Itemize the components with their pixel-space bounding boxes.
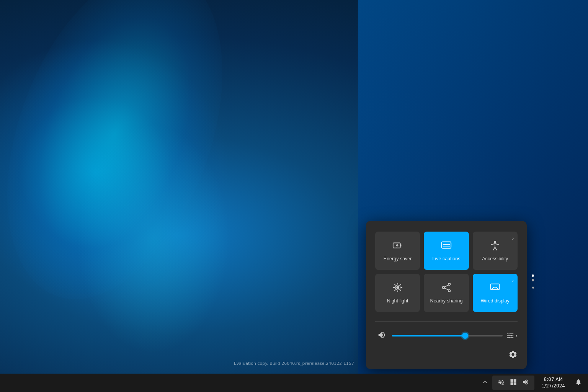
night-light-label: Night light — [387, 298, 408, 304]
svg-point-28 — [508, 333, 510, 334]
svg-line-16 — [395, 290, 395, 291]
energy-saver-button[interactable]: Energy saver — [375, 232, 420, 270]
network-icon-button[interactable] — [508, 377, 519, 389]
volume-thumb[interactable] — [462, 333, 468, 339]
volume-settings-button[interactable]: › — [506, 332, 518, 340]
notification-button[interactable] — [572, 377, 585, 389]
tray-expand-button[interactable] — [480, 378, 490, 388]
settings-gear-button[interactable] — [508, 350, 518, 361]
volume-slider[interactable] — [392, 332, 503, 340]
nearby-sharing-label: Nearby sharing — [430, 298, 463, 304]
svg-point-29 — [511, 335, 512, 336]
scroll-down-arrow[interactable]: ▾ — [532, 284, 534, 291]
scroll-dot-2 — [532, 279, 534, 281]
live-captions-button[interactable]: Live captions — [424, 232, 469, 270]
svg-line-13 — [395, 284, 395, 285]
quick-settings-grid: Energy saver Live captions › — [375, 232, 518, 312]
accessibility-icon — [487, 238, 503, 252]
wired-display-chevron: › — [512, 278, 514, 283]
volume-tray-button[interactable] — [520, 377, 531, 389]
svg-point-6 — [494, 241, 497, 243]
volume-row: › — [375, 329, 518, 342]
svg-point-24 — [495, 289, 496, 290]
accessibility-label: Accessibility — [482, 256, 508, 261]
energy-saver-icon — [390, 238, 405, 252]
wired-display-icon — [487, 281, 503, 294]
svg-rect-32 — [514, 379, 516, 382]
svg-rect-31 — [511, 379, 513, 382]
volume-icon-button[interactable] — [375, 329, 388, 342]
quick-settings-panel: ▾ Energy saver — [366, 221, 527, 369]
volume-track — [392, 335, 503, 336]
svg-rect-33 — [511, 382, 513, 385]
wired-display-button[interactable]: › Wired display — [473, 274, 518, 312]
nearby-sharing-button[interactable]: Nearby sharing — [424, 274, 469, 312]
svg-rect-2 — [442, 242, 451, 248]
night-light-icon — [390, 281, 405, 294]
svg-line-22 — [444, 288, 448, 290]
svg-line-14 — [400, 290, 401, 291]
scroll-dot-1 — [532, 274, 534, 277]
mute-icon-button[interactable] — [495, 377, 507, 389]
accessibility-button[interactable]: › Accessibility — [473, 232, 518, 270]
taskbar: 8:07 AM 1/27/2024 — [0, 374, 588, 392]
qs-bottom-bar — [375, 350, 518, 361]
scroll-indicator: ▾ — [532, 274, 534, 291]
volume-divider — [375, 321, 518, 322]
accessibility-chevron: › — [512, 235, 514, 241]
systray-icons-group — [492, 376, 534, 390]
svg-point-17 — [396, 286, 399, 289]
watermark-text: Evaluation copy. Build 26040.rs_prerelea… — [234, 361, 354, 366]
night-light-button[interactable]: Night light — [375, 274, 420, 312]
svg-rect-34 — [514, 382, 516, 385]
svg-line-21 — [444, 285, 448, 287]
clock-date: 1/27/2024 — [541, 383, 565, 389]
clock-time: 8:07 AM — [544, 376, 563, 383]
energy-saver-label: Energy saver — [384, 256, 412, 261]
svg-rect-1 — [400, 244, 401, 247]
volume-fill — [392, 335, 465, 336]
nearby-sharing-icon — [439, 281, 454, 294]
clock-area[interactable]: 8:07 AM 1/27/2024 — [537, 376, 570, 389]
svg-point-19 — [443, 286, 445, 289]
wired-display-label: Wired display — [481, 298, 510, 304]
build-watermark: Evaluation copy. Build 26040.rs_prerelea… — [0, 361, 588, 366]
live-captions-label: Live captions — [433, 256, 461, 261]
volume-settings-chevron: › — [516, 333, 518, 339]
svg-line-15 — [400, 284, 401, 285]
live-captions-icon — [439, 238, 454, 252]
system-tray: 8:07 AM 1/27/2024 — [480, 376, 588, 390]
svg-point-30 — [509, 337, 510, 338]
